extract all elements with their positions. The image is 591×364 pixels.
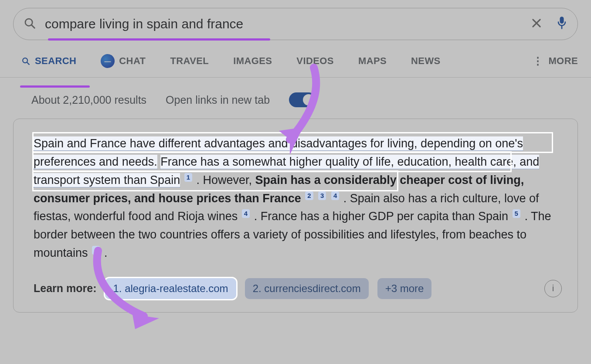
answer-seg-end: . bbox=[104, 246, 108, 259]
open-links-toggle[interactable] bbox=[289, 92, 316, 107]
learn-more-label: Learn more: bbox=[34, 282, 96, 295]
search-bar bbox=[13, 8, 578, 40]
svg-line-1 bbox=[31, 25, 34, 28]
search-bar-actions bbox=[530, 16, 568, 32]
learn-more-chip-2[interactable]: 2. currenciesdirect.com bbox=[245, 278, 369, 299]
tab-maps-label: MAPS bbox=[358, 55, 387, 67]
page-root: SEARCH — CHAT TRAVEL IMAGES VIDEOS MAPS … bbox=[0, 0, 591, 364]
svg-rect-4 bbox=[560, 17, 564, 24]
tab-chat[interactable]: — CHAT bbox=[101, 54, 146, 77]
tab-images[interactable]: IMAGES bbox=[233, 55, 272, 75]
annotation-underline-active-tab bbox=[20, 85, 90, 88]
clear-icon[interactable] bbox=[530, 17, 543, 31]
search-icon bbox=[23, 17, 36, 31]
result-count: About 2,210,000 results bbox=[31, 94, 146, 106]
learn-more-chip-3[interactable]: +3 more bbox=[377, 278, 432, 299]
tab-videos[interactable]: VIDEOS bbox=[296, 55, 334, 75]
results-meta-row: About 2,210,000 results Open links in ne… bbox=[31, 92, 578, 107]
tab-videos-label: VIDEOS bbox=[296, 55, 334, 67]
ai-answer-card: Spain and France have different advantag… bbox=[13, 119, 578, 313]
citation-4b[interactable]: 4 bbox=[242, 209, 250, 218]
tab-news[interactable]: NEWS bbox=[411, 55, 441, 75]
answer-seg-after-4b: . France has a higher GDP per capita tha… bbox=[254, 210, 508, 223]
citation-5[interactable]: 5 bbox=[513, 209, 520, 218]
tabs-divider bbox=[0, 77, 591, 78]
more-dots-icon: ⋮ bbox=[533, 55, 542, 67]
tab-news-label: NEWS bbox=[411, 55, 441, 67]
citation-2[interactable]: 2 bbox=[305, 191, 313, 200]
tab-maps[interactable]: MAPS bbox=[358, 55, 387, 75]
svg-line-7 bbox=[27, 62, 29, 65]
info-icon[interactable]: i bbox=[544, 280, 562, 297]
citation-3[interactable]: 3 bbox=[318, 191, 326, 200]
learn-more-chip-1[interactable]: 1. alegria-realestate.com bbox=[105, 278, 236, 299]
tab-search-label: SEARCH bbox=[35, 55, 76, 67]
ai-answer-text: Spain and France have different advantag… bbox=[34, 135, 562, 262]
tabs-row: SEARCH — CHAT TRAVEL IMAGES VIDEOS MAPS … bbox=[13, 54, 578, 77]
tab-travel-label: TRAVEL bbox=[170, 55, 209, 67]
learn-more-row: Learn more: 1. alegria-realestate.com 2.… bbox=[34, 278, 562, 299]
answer-seg-after-c1: . However, bbox=[197, 173, 255, 187]
chat-icon: — bbox=[101, 54, 115, 68]
citation-4a[interactable]: 4 bbox=[331, 191, 339, 200]
citation-4c[interactable]: 4 bbox=[92, 246, 100, 255]
open-links-label: Open links in new tab bbox=[166, 94, 270, 106]
citation-1[interactable]: 1 bbox=[184, 173, 192, 182]
tab-search[interactable]: SEARCH bbox=[21, 55, 76, 75]
tab-more-label: MORE bbox=[548, 55, 578, 67]
tab-chat-label: CHAT bbox=[119, 55, 146, 67]
mic-icon[interactable] bbox=[556, 16, 568, 32]
tab-more[interactable]: ⋮ MORE bbox=[533, 55, 578, 76]
search-input[interactable] bbox=[36, 17, 530, 31]
annotation-underline-query bbox=[48, 38, 270, 41]
tab-travel[interactable]: TRAVEL bbox=[170, 55, 209, 75]
toggle-knob bbox=[303, 94, 314, 105]
tab-images-label: IMAGES bbox=[233, 55, 272, 67]
